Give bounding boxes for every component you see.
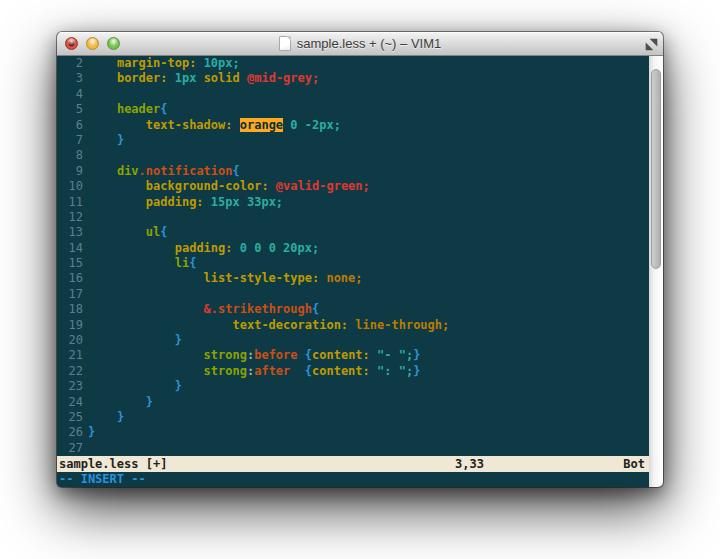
- code-line[interactable]: 2 margin-top: 10px;: [57, 56, 649, 71]
- line-number: 22: [57, 364, 83, 379]
- code-lines[interactable]: 2 margin-top: 10px;3 border: 1px solid @…: [57, 56, 649, 456]
- code-token: [88, 164, 117, 178]
- statusline-filename: sample.less [+]: [59, 456, 167, 472]
- line-number: 16: [57, 271, 83, 286]
- code-token: [233, 118, 240, 132]
- code-line[interactable]: 21 strong:before {content: "- ";}: [57, 348, 649, 363]
- code-token: border:: [117, 71, 168, 85]
- code-line[interactable]: 4: [57, 87, 649, 102]
- code-line[interactable]: 8: [57, 148, 649, 163]
- code-token: [88, 71, 117, 85]
- code-line[interactable]: 15 li{: [57, 256, 649, 271]
- code-token: [167, 71, 174, 85]
- code-token: [88, 56, 117, 70]
- code-line[interactable]: 18 &.strikethrough{: [57, 302, 649, 317]
- code-line[interactable]: 10 background-color: @valid-green;: [57, 179, 649, 194]
- code-token: [370, 348, 377, 362]
- line-number: 26: [57, 425, 83, 440]
- code-line[interactable]: 14 padding: 0 0 0 20px;: [57, 241, 649, 256]
- line-number: 7: [57, 133, 83, 148]
- fullscreen-arrows-icon: [645, 38, 658, 51]
- code-line[interactable]: 16 list-style-type: none;: [57, 271, 649, 286]
- insert-mode-indicator: -- INSERT --: [57, 472, 649, 487]
- code-token: solid: [204, 71, 240, 85]
- zoom-button[interactable]: [107, 37, 120, 50]
- statusline-position: Bot: [623, 456, 645, 472]
- code-token: ": ";: [377, 364, 413, 378]
- scrollbar-thumb[interactable]: [651, 69, 661, 269]
- code-token: }: [413, 364, 420, 378]
- vim-statusline: sample.less [+] 3,33 Bot: [57, 456, 649, 472]
- code-line[interactable]: 7 }: [57, 133, 649, 148]
- line-number: 2: [57, 56, 83, 71]
- line-number: 14: [57, 241, 83, 256]
- code-token: [370, 364, 377, 378]
- line-number: 13: [57, 225, 83, 240]
- traffic-lights: [65, 37, 120, 50]
- code-line[interactable]: 13 ul{: [57, 225, 649, 240]
- code-token: [88, 395, 146, 409]
- code-line[interactable]: 6 text-shadow: orange 0 -2px;: [57, 118, 649, 133]
- close-button[interactable]: [65, 37, 78, 50]
- code-token: background-color:: [146, 179, 269, 193]
- code-line[interactable]: 3 border: 1px solid @mid-grey;: [57, 71, 649, 86]
- line-number: 23: [57, 379, 83, 394]
- code-line[interactable]: 11 padding: 15px 33px;: [57, 195, 649, 210]
- line-number: 5: [57, 102, 83, 117]
- screenshot-stage: sample.less + (~) – VIM1 2 margin-top: 1…: [0, 0, 720, 559]
- document-proxy-icon[interactable]: [279, 36, 291, 51]
- code-token: }: [175, 333, 182, 347]
- code-token: 15px 33px;: [211, 195, 283, 209]
- fullscreen-button[interactable]: [645, 37, 658, 50]
- code-line[interactable]: 23 }: [57, 379, 649, 394]
- code-token: list-style-type:: [204, 271, 320, 285]
- code-token: [88, 256, 175, 270]
- line-number: 17: [57, 287, 83, 302]
- titlebar[interactable]: sample.less + (~) – VIM1: [57, 32, 663, 56]
- code-line[interactable]: 12: [57, 210, 649, 225]
- line-number: 3: [57, 71, 83, 86]
- code-token: [88, 364, 204, 378]
- code-token: [196, 71, 203, 85]
- code-line[interactable]: 5 header{: [57, 102, 649, 117]
- code-line[interactable]: 24 }: [57, 395, 649, 410]
- code-token: li: [175, 256, 189, 270]
- code-token: [88, 410, 117, 424]
- code-line[interactable]: 26}: [57, 425, 649, 440]
- code-line[interactable]: 25 }: [57, 410, 649, 425]
- resize-grip-icon: [654, 485, 662, 487]
- code-token: {: [160, 102, 167, 116]
- code-token: @valid-green;: [276, 179, 370, 193]
- code-token: }: [175, 379, 182, 393]
- line-number: 19: [57, 318, 83, 333]
- code-line[interactable]: 22 strong:after {content: ": ";}: [57, 364, 649, 379]
- code-line[interactable]: 9 div.notification{: [57, 164, 649, 179]
- code-token: [88, 133, 117, 147]
- scrollbar-track[interactable]: [649, 56, 663, 487]
- code-token: 0 0 0 20px;: [240, 241, 319, 255]
- code-token: [88, 302, 204, 316]
- line-number: 25: [57, 410, 83, 425]
- line-number: 9: [57, 164, 83, 179]
- code-token: [269, 179, 276, 193]
- code-line[interactable]: 19 text-decoration: line-through;: [57, 318, 649, 333]
- code-token: after: [254, 364, 290, 378]
- search-highlight: orange: [240, 118, 283, 132]
- minimize-button[interactable]: [86, 37, 99, 50]
- code-token: }: [117, 410, 124, 424]
- code-line[interactable]: 17: [57, 287, 649, 302]
- line-number: 27: [57, 441, 83, 456]
- code-token: {: [305, 364, 312, 378]
- code-token: [88, 348, 204, 362]
- code-token: .notification: [139, 164, 233, 178]
- code-line[interactable]: 27: [57, 441, 649, 456]
- code-line[interactable]: 20 }: [57, 333, 649, 348]
- code-token: {: [233, 164, 240, 178]
- line-number: 15: [57, 256, 83, 271]
- resize-grip[interactable]: [654, 479, 662, 487]
- code-token: }: [413, 348, 420, 362]
- code-token: {: [312, 302, 319, 316]
- window-title: sample.less + (~) – VIM1: [297, 36, 442, 51]
- code-token: &: [204, 302, 211, 316]
- code-token: {: [305, 348, 312, 362]
